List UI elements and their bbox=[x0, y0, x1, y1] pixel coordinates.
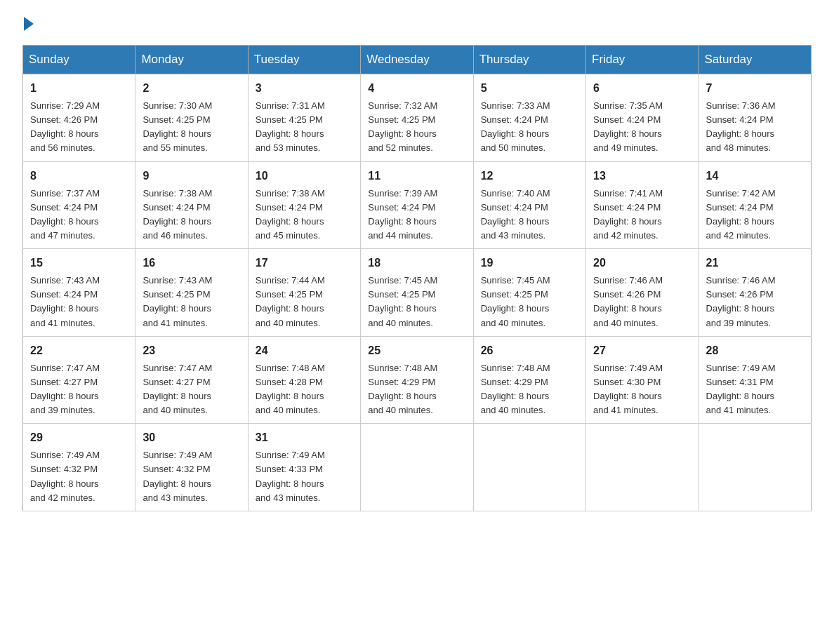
day-number: 20 bbox=[593, 255, 691, 271]
day-info: Sunrise: 7:49 AMSunset: 4:31 PMDaylight:… bbox=[706, 363, 776, 415]
day-info: Sunrise: 7:45 AMSunset: 4:25 PMDaylight:… bbox=[368, 275, 437, 328]
calendar-cell: 1 Sunrise: 7:29 AMSunset: 4:26 PMDayligh… bbox=[23, 74, 135, 162]
day-number: 25 bbox=[368, 342, 465, 359]
logo bbox=[22, 17, 35, 31]
day-info: Sunrise: 7:38 AMSunset: 4:24 PMDaylight:… bbox=[256, 188, 325, 241]
day-number: 17 bbox=[256, 255, 353, 271]
day-info: Sunrise: 7:38 AMSunset: 4:24 PMDaylight:… bbox=[143, 188, 212, 241]
day-number: 13 bbox=[593, 168, 691, 185]
day-number: 26 bbox=[481, 342, 578, 359]
day-info: Sunrise: 7:45 AMSunset: 4:25 PMDaylight:… bbox=[481, 275, 550, 328]
day-info: Sunrise: 7:30 AMSunset: 4:25 PMDaylight:… bbox=[143, 100, 212, 153]
calendar-cell: 30 Sunrise: 7:49 AMSunset: 4:32 PMDaylig… bbox=[135, 424, 248, 511]
day-info: Sunrise: 7:41 AMSunset: 4:24 PMDaylight:… bbox=[593, 188, 663, 241]
calendar-cell: 3 Sunrise: 7:31 AMSunset: 4:25 PMDayligh… bbox=[248, 74, 360, 162]
calendar-cell bbox=[586, 424, 699, 511]
day-info: Sunrise: 7:37 AMSunset: 4:24 PMDaylight:… bbox=[30, 188, 100, 241]
day-number: 7 bbox=[706, 80, 804, 97]
day-info: Sunrise: 7:35 AMSunset: 4:24 PMDaylight:… bbox=[593, 100, 663, 153]
calendar-cell bbox=[361, 424, 473, 511]
calendar-cell: 23 Sunrise: 7:47 AMSunset: 4:27 PMDaylig… bbox=[135, 336, 248, 424]
day-info: Sunrise: 7:40 AMSunset: 4:24 PMDaylight:… bbox=[481, 188, 550, 241]
calendar-cell: 25 Sunrise: 7:48 AMSunset: 4:29 PMDaylig… bbox=[361, 336, 473, 424]
day-number: 12 bbox=[481, 168, 578, 185]
calendar-cell: 8 Sunrise: 7:37 AMSunset: 4:24 PMDayligh… bbox=[23, 161, 135, 249]
calendar-week-row: 8 Sunrise: 7:37 AMSunset: 4:24 PMDayligh… bbox=[23, 161, 812, 249]
header-sunday: Sunday bbox=[23, 46, 135, 74]
calendar-cell: 18 Sunrise: 7:45 AMSunset: 4:25 PMDaylig… bbox=[361, 249, 473, 337]
calendar-cell: 24 Sunrise: 7:48 AMSunset: 4:28 PMDaylig… bbox=[248, 336, 360, 424]
day-number: 21 bbox=[706, 255, 804, 271]
day-number: 4 bbox=[368, 80, 465, 97]
day-number: 11 bbox=[368, 168, 465, 185]
day-number: 10 bbox=[256, 168, 353, 185]
calendar-cell: 7 Sunrise: 7:36 AMSunset: 4:24 PMDayligh… bbox=[699, 74, 811, 162]
calendar-header-row: SundayMondayTuesdayWednesdayThursdayFrid… bbox=[23, 46, 812, 74]
day-info: Sunrise: 7:36 AMSunset: 4:24 PMDaylight:… bbox=[706, 100, 776, 153]
calendar-cell: 17 Sunrise: 7:44 AMSunset: 4:25 PMDaylig… bbox=[248, 249, 360, 337]
day-number: 28 bbox=[706, 342, 804, 359]
day-info: Sunrise: 7:48 AMSunset: 4:29 PMDaylight:… bbox=[368, 363, 437, 415]
calendar-cell: 2 Sunrise: 7:30 AMSunset: 4:25 PMDayligh… bbox=[135, 74, 248, 162]
day-number: 3 bbox=[256, 80, 353, 97]
day-info: Sunrise: 7:29 AMSunset: 4:26 PMDaylight:… bbox=[30, 100, 100, 153]
calendar-cell: 27 Sunrise: 7:49 AMSunset: 4:30 PMDaylig… bbox=[586, 336, 699, 424]
day-number: 30 bbox=[143, 429, 240, 446]
day-number: 5 bbox=[481, 80, 578, 97]
day-info: Sunrise: 7:44 AMSunset: 4:25 PMDaylight:… bbox=[256, 275, 325, 328]
calendar-cell: 31 Sunrise: 7:49 AMSunset: 4:33 PMDaylig… bbox=[248, 424, 360, 511]
calendar-cell: 9 Sunrise: 7:38 AMSunset: 4:24 PMDayligh… bbox=[135, 161, 248, 249]
day-info: Sunrise: 7:33 AMSunset: 4:24 PMDaylight:… bbox=[481, 100, 550, 153]
calendar-cell: 22 Sunrise: 7:47 AMSunset: 4:27 PMDaylig… bbox=[23, 336, 135, 424]
header-thursday: Thursday bbox=[473, 46, 585, 74]
day-info: Sunrise: 7:46 AMSunset: 4:26 PMDaylight:… bbox=[593, 275, 663, 328]
day-info: Sunrise: 7:31 AMSunset: 4:25 PMDaylight:… bbox=[256, 100, 325, 153]
header-wednesday: Wednesday bbox=[361, 46, 473, 74]
header-monday: Monday bbox=[135, 46, 248, 74]
calendar-cell: 5 Sunrise: 7:33 AMSunset: 4:24 PMDayligh… bbox=[473, 74, 585, 162]
day-info: Sunrise: 7:48 AMSunset: 4:29 PMDaylight:… bbox=[481, 363, 550, 415]
calendar-cell: 10 Sunrise: 7:38 AMSunset: 4:24 PMDaylig… bbox=[248, 161, 360, 249]
day-number: 19 bbox=[481, 255, 578, 271]
day-number: 24 bbox=[256, 342, 353, 359]
calendar-week-row: 15 Sunrise: 7:43 AMSunset: 4:24 PMDaylig… bbox=[23, 249, 812, 337]
calendar-cell: 6 Sunrise: 7:35 AMSunset: 4:24 PMDayligh… bbox=[586, 74, 699, 162]
day-number: 8 bbox=[30, 168, 128, 185]
day-number: 18 bbox=[368, 255, 465, 271]
page-header bbox=[22, 17, 812, 31]
day-number: 27 bbox=[593, 342, 691, 359]
calendar-cell: 13 Sunrise: 7:41 AMSunset: 4:24 PMDaylig… bbox=[586, 161, 699, 249]
day-info: Sunrise: 7:43 AMSunset: 4:25 PMDaylight:… bbox=[143, 275, 212, 328]
day-info: Sunrise: 7:49 AMSunset: 4:33 PMDaylight:… bbox=[256, 450, 325, 502]
header-friday: Friday bbox=[586, 46, 699, 74]
calendar-cell: 26 Sunrise: 7:48 AMSunset: 4:29 PMDaylig… bbox=[473, 336, 585, 424]
day-info: Sunrise: 7:49 AMSunset: 4:32 PMDaylight:… bbox=[143, 450, 212, 502]
day-info: Sunrise: 7:48 AMSunset: 4:28 PMDaylight:… bbox=[256, 363, 325, 415]
calendar-cell: 4 Sunrise: 7:32 AMSunset: 4:25 PMDayligh… bbox=[361, 74, 473, 162]
calendar-cell: 11 Sunrise: 7:39 AMSunset: 4:24 PMDaylig… bbox=[361, 161, 473, 249]
header-saturday: Saturday bbox=[699, 46, 811, 74]
calendar-cell: 12 Sunrise: 7:40 AMSunset: 4:24 PMDaylig… bbox=[473, 161, 585, 249]
calendar-table: SundayMondayTuesdayWednesdayThursdayFrid… bbox=[22, 45, 812, 511]
day-info: Sunrise: 7:49 AMSunset: 4:30 PMDaylight:… bbox=[593, 363, 663, 415]
day-number: 15 bbox=[30, 255, 128, 271]
day-number: 1 bbox=[30, 80, 128, 97]
calendar-cell: 15 Sunrise: 7:43 AMSunset: 4:24 PMDaylig… bbox=[23, 249, 135, 337]
day-number: 22 bbox=[30, 342, 128, 359]
calendar-cell bbox=[473, 424, 585, 511]
calendar-cell: 20 Sunrise: 7:46 AMSunset: 4:26 PMDaylig… bbox=[586, 249, 699, 337]
day-info: Sunrise: 7:49 AMSunset: 4:32 PMDaylight:… bbox=[30, 450, 100, 502]
day-info: Sunrise: 7:46 AMSunset: 4:26 PMDaylight:… bbox=[706, 275, 776, 328]
calendar-cell: 21 Sunrise: 7:46 AMSunset: 4:26 PMDaylig… bbox=[699, 249, 811, 337]
calendar-week-row: 1 Sunrise: 7:29 AMSunset: 4:26 PMDayligh… bbox=[23, 74, 812, 162]
day-info: Sunrise: 7:47 AMSunset: 4:27 PMDaylight:… bbox=[30, 363, 100, 415]
day-number: 31 bbox=[256, 429, 353, 446]
calendar-week-row: 29 Sunrise: 7:49 AMSunset: 4:32 PMDaylig… bbox=[23, 424, 812, 511]
day-number: 9 bbox=[143, 168, 240, 185]
day-number: 23 bbox=[143, 342, 240, 359]
calendar-cell: 28 Sunrise: 7:49 AMSunset: 4:31 PMDaylig… bbox=[699, 336, 811, 424]
logo-arrow-icon bbox=[24, 17, 34, 31]
day-number: 6 bbox=[593, 80, 691, 97]
day-info: Sunrise: 7:42 AMSunset: 4:24 PMDaylight:… bbox=[706, 188, 776, 241]
day-number: 14 bbox=[706, 168, 804, 185]
